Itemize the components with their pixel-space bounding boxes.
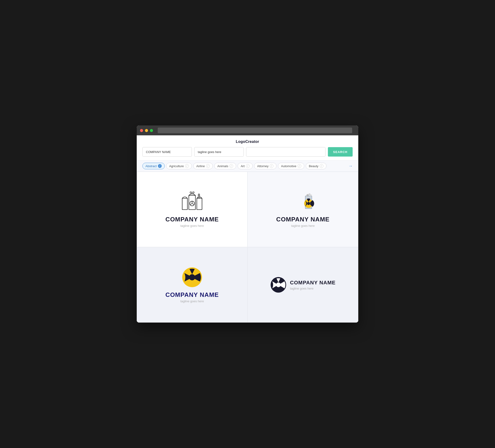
logo-card-3[interactable]: COMPANY NAME tagline goes here [137, 247, 248, 322]
svg-point-22 [189, 274, 195, 280]
logo-text-block-4: COMPANY NAME tagline goes here [290, 280, 335, 290]
browser-window: LogoCreator SEARCH Abstract✓Agriculture✓… [137, 126, 358, 322]
svg-point-9 [193, 192, 194, 193]
logo-company-name-1: COMPANY NAME [165, 216, 219, 223]
logos-grid: COMPANY NAME tagline goes here [137, 172, 358, 322]
close-button[interactable] [140, 129, 143, 132]
address-bar[interactable] [158, 127, 352, 133]
filter-check-airline: ✓ [206, 164, 210, 168]
filter-check-automotive: ✓ [298, 164, 301, 168]
svg-point-20 [310, 194, 312, 196]
logo-card-4[interactable]: COMPANY NAME tagline goes here [248, 247, 358, 322]
logo-company-name-3: COMPANY NAME [165, 291, 219, 298]
minimize-button[interactable] [145, 129, 148, 132]
browser-content: LogoCreator SEARCH Abstract✓Agriculture✓… [137, 135, 358, 322]
logo-icon-3 [181, 267, 203, 288]
filter-label-animals: Animals [217, 164, 228, 168]
filter-label-automotive: Automotive [281, 164, 296, 168]
search-button[interactable]: SEARCH [328, 147, 353, 156]
filter-label-attorney: Attorney [257, 164, 268, 168]
logo-tagline-2: tagline goes here [291, 224, 315, 227]
logo-tagline-4: tagline goes here [290, 287, 335, 290]
filter-next-arrow[interactable]: → [348, 164, 353, 168]
filter-chip-agriculture[interactable]: Agriculture✓ [166, 163, 192, 169]
filter-label-airline: Airline [196, 164, 205, 168]
filter-check-animals: ✓ [229, 164, 233, 168]
svg-line-5 [190, 203, 192, 205]
filter-check-attorney: ✓ [270, 164, 274, 168]
maximize-button[interactable] [150, 129, 153, 132]
logo-icon-4 [270, 277, 287, 293]
app-title: LogoCreator [137, 135, 358, 147]
filter-label-beauty: Beauty [309, 164, 318, 168]
logo-company-name-2: COMPANY NAME [276, 216, 330, 223]
filter-chip-automotive[interactable]: Automotive✓ [278, 163, 304, 169]
logo-tagline-3: tagline goes here [180, 299, 204, 303]
filter-label-agriculture: Agriculture [169, 164, 184, 168]
svg-rect-2 [197, 198, 202, 210]
filter-label-art: Art [241, 164, 245, 168]
logo-tagline-1: tagline goes here [180, 224, 204, 227]
filter-check-art: ✓ [246, 164, 250, 168]
logo-side-layout-4: COMPANY NAME tagline goes here [270, 277, 335, 293]
browser-titlebar [137, 126, 358, 135]
svg-line-6 [192, 203, 194, 205]
logo-card-2[interactable]: COMPANY NAME tagline goes here [248, 172, 358, 247]
filter-check-beauty: ✓ [320, 164, 323, 168]
filter-check-agriculture: ✓ [185, 164, 189, 168]
logo-icon-2 [291, 191, 315, 212]
svg-rect-0 [182, 198, 187, 210]
company-name-input[interactable] [142, 147, 192, 156]
filter-chip-beauty[interactable]: Beauty✓ [306, 163, 326, 169]
filter-chip-attorney[interactable]: Attorney✓ [254, 163, 276, 169]
filter-chip-animals[interactable]: Animals✓ [214, 163, 236, 169]
filter-chip-art[interactable]: Art✓ [238, 163, 253, 169]
filter-label-abstract: Abstract [145, 164, 157, 168]
svg-point-18 [306, 194, 309, 196]
filter-chip-airline[interactable]: Airline✓ [193, 163, 213, 169]
filter-bar: Abstract✓Agriculture✓Airline✓Animals✓Art… [137, 160, 358, 172]
svg-point-17 [307, 202, 310, 205]
filter-chip-abstract[interactable]: Abstract✓ [142, 163, 165, 169]
logo-company-name-4: COMPANY NAME [290, 280, 335, 286]
svg-point-24 [276, 282, 281, 287]
logo-icon-1 [180, 191, 204, 212]
logo-card-1[interactable]: COMPANY NAME tagline goes here [137, 172, 248, 247]
extra-input[interactable] [246, 147, 326, 156]
filter-check-abstract: ✓ [158, 164, 162, 168]
tagline-input[interactable] [194, 147, 244, 156]
search-bar: SEARCH [137, 147, 358, 160]
svg-point-8 [190, 192, 192, 193]
